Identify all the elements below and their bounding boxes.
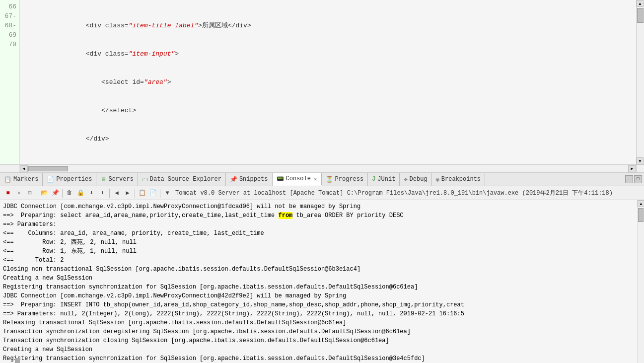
tab-progress-label: Progress bbox=[335, 176, 364, 183]
data-source-icon: 🗃 bbox=[142, 176, 148, 183]
editor-panel: 66 67- 68- 69 70 <div class="item-title … bbox=[0, 0, 644, 172]
markers-icon: 📋 bbox=[4, 176, 11, 183]
tab-data-source-explorer[interactable]: 🗃 Data Source Explorer bbox=[138, 173, 226, 186]
editor-vscroll[interactable]: ▲ ▼ bbox=[636, 0, 644, 164]
vscroll-track[interactable] bbox=[637, 7, 644, 157]
vscroll-up[interactable]: ▲ bbox=[637, 0, 644, 7]
tab-servers-label: Servers bbox=[108, 176, 133, 183]
editor-hscroll[interactable]: ◀ ▶ bbox=[0, 164, 644, 172]
tab-bar: 📋 Markers 📄 Properties 🖥 Servers 🗃 Data … bbox=[0, 172, 644, 186]
tab-junit-label: JUnit bbox=[377, 176, 395, 183]
scroll-lock-btn[interactable]: 🔒 bbox=[75, 188, 85, 198]
scroll-end-btn[interactable]: ⬇ bbox=[86, 188, 96, 198]
servers-icon: 🖥 bbox=[100, 176, 106, 183]
sep1 bbox=[37, 189, 37, 198]
console-vscroll-up[interactable]: ▲ bbox=[638, 200, 644, 207]
debug-icon: ✤ bbox=[404, 176, 407, 183]
console-line-16: Creating a new SqlSession bbox=[3, 345, 627, 354]
code-line-68: <select id="area"> bbox=[24, 77, 632, 87]
console-line-9: Registering transaction synchronization … bbox=[3, 283, 627, 291]
console-line-5: <== Row: 1, 东苑, 1, null, null bbox=[3, 247, 627, 256]
console-line-11: ==> Preparing: INSERT INTO tb_shop(owner… bbox=[3, 300, 627, 309]
code-line-67: <div class="item-input"> bbox=[24, 49, 632, 59]
tab-servers[interactable]: 🖥 Servers bbox=[96, 173, 138, 186]
console-line-3: <== Columns: area_id, area_name, priorit… bbox=[3, 229, 627, 238]
sep3 bbox=[109, 189, 110, 198]
console-with-scroll: JDBC Connection [com.mchange.v2.c3p0.imp… bbox=[0, 200, 644, 363]
console-line-6: <== Total: 2 bbox=[3, 256, 627, 265]
console-line-1: ==> Preparing: select area_id,area_name,… bbox=[3, 211, 627, 220]
console-line-8: Creating a new SqlSession bbox=[3, 274, 627, 283]
pin-btn[interactable]: 📌 bbox=[50, 188, 60, 198]
progress-icon: ⏳ bbox=[326, 176, 333, 183]
breakpoints-icon: ◉ bbox=[436, 176, 439, 183]
server-info: Tomcat v8.0 Server at localhost [Apache … bbox=[175, 189, 613, 197]
console-line-7: Closing non transactional SqlSession [or… bbox=[3, 265, 627, 274]
console-line-14: Transaction synchronization deregisterin… bbox=[3, 327, 627, 336]
console-scroll-area: JDBC Connection [com.mchange.v2.c3p0.imp… bbox=[0, 200, 644, 363]
vscroll-thumb[interactable] bbox=[637, 8, 644, 23]
tab-markers[interactable]: 📋 Markers bbox=[0, 173, 43, 186]
open-console-btn[interactable]: 📂 bbox=[39, 188, 49, 198]
console-line-12: ==> Parameters: null, 2(Integer), 2(Long… bbox=[3, 309, 627, 318]
tab-progress[interactable]: ⏳ Progress bbox=[322, 173, 368, 186]
console-line-10: JDBC Connection [com.mchange.v2.c3p0.imp… bbox=[3, 291, 627, 300]
sep2 bbox=[62, 189, 63, 198]
code-line-66: <div class="item-title label">所属区域</div> bbox=[24, 21, 632, 30]
console-vscroll-track[interactable] bbox=[638, 207, 644, 363]
tab-bar-controls: — □ bbox=[623, 173, 644, 186]
tab-properties-label: Properties bbox=[56, 176, 92, 183]
hscroll-thumb[interactable] bbox=[28, 166, 68, 171]
console-toolbar: ■ ✕ ⊟ 📂 📌 🗑 🔒 ⬇ ⬆ ◀ ▶ 📋 📄 ▼ Tomcat v8.0 … bbox=[0, 186, 644, 200]
tab-breakpoints[interactable]: ◉ Breakpoints bbox=[432, 173, 485, 186]
hscroll-left[interactable]: ◀ bbox=[20, 165, 28, 172]
tab-debug-label: Debug bbox=[410, 176, 428, 183]
snippets-icon: 📌 bbox=[230, 176, 237, 183]
code-line-69: </select> bbox=[24, 106, 632, 115]
paste-btn[interactable]: 📄 bbox=[148, 188, 158, 198]
sep5 bbox=[160, 189, 160, 198]
vscroll-down[interactable]: ▼ bbox=[637, 157, 644, 164]
console-lines-wrapper[interactable]: JDBC Connection [com.mchange.v2.c3p0.imp… bbox=[0, 200, 637, 363]
console-vscroll[interactable]: ▲ ▼ bbox=[637, 200, 644, 363]
clear-btn[interactable]: 🗑 bbox=[65, 188, 74, 198]
tab-console[interactable]: 📟 Console ✕ bbox=[273, 173, 322, 186]
console-line-13: Releasing transactional SqlSession [org.… bbox=[3, 318, 627, 327]
console-line-2: ==> Parameters: bbox=[3, 220, 627, 229]
tab-properties[interactable]: 📄 Properties bbox=[43, 173, 96, 186]
console-line-17: Registering transaction synchronization … bbox=[3, 354, 627, 363]
minimize-btn[interactable]: — bbox=[625, 175, 633, 183]
next-btn[interactable]: ▶ bbox=[123, 188, 133, 198]
disconnect-btn[interactable]: ⊟ bbox=[25, 188, 35, 198]
maximize-btn[interactable]: □ bbox=[634, 175, 642, 183]
scroll-start-btn[interactable]: ⬆ bbox=[97, 188, 107, 198]
tab-console-label: Console bbox=[286, 175, 311, 182]
tab-junit[interactable]: J JUnit bbox=[368, 173, 400, 186]
menu-btn[interactable]: ▼ bbox=[162, 188, 172, 198]
code-editor[interactable]: <div class="item-title label">所属区域</div>… bbox=[20, 0, 636, 164]
sep4 bbox=[135, 189, 135, 198]
hscroll-right[interactable]: ▶ bbox=[628, 165, 636, 172]
tab-console-close[interactable]: ✕ bbox=[314, 176, 317, 182]
console-icon: 📟 bbox=[277, 175, 284, 183]
tab-snippets-label: Snippets bbox=[239, 176, 268, 183]
console-line-15: Transaction synchronization closing SqlS… bbox=[3, 336, 627, 345]
console-line-0: JDBC Connection [com.mchange.v2.c3p0.imp… bbox=[3, 202, 627, 211]
code-line-70: </div> bbox=[24, 134, 632, 144]
prev-btn[interactable]: ◀ bbox=[112, 188, 122, 198]
resize-handle[interactable] bbox=[15, 358, 20, 363]
console-vscroll-thumb[interactable] bbox=[638, 208, 644, 222]
tab-debug[interactable]: ✤ Debug bbox=[400, 173, 431, 186]
tab-breakpoints-label: Breakpoints bbox=[441, 176, 481, 183]
console-panel: JDBC Connection [com.mchange.v2.c3p0.imp… bbox=[0, 200, 644, 363]
properties-icon: 📄 bbox=[47, 176, 54, 183]
tab-snippets[interactable]: 📌 Snippets bbox=[226, 173, 273, 186]
console-line-4: <== Row: 2, 西苑, 2, null, null bbox=[3, 238, 627, 247]
terminate-btn[interactable]: ✕ bbox=[14, 188, 24, 198]
copy-btn[interactable]: 📋 bbox=[137, 188, 147, 198]
junit-icon: J bbox=[372, 176, 375, 183]
stop-btn[interactable]: ■ bbox=[3, 188, 13, 198]
tab-datasource-label: Data Source Explorer bbox=[150, 176, 221, 183]
tab-markers-label: Markers bbox=[13, 176, 38, 183]
line-numbers: 66 67- 68- 69 70 bbox=[0, 0, 20, 164]
